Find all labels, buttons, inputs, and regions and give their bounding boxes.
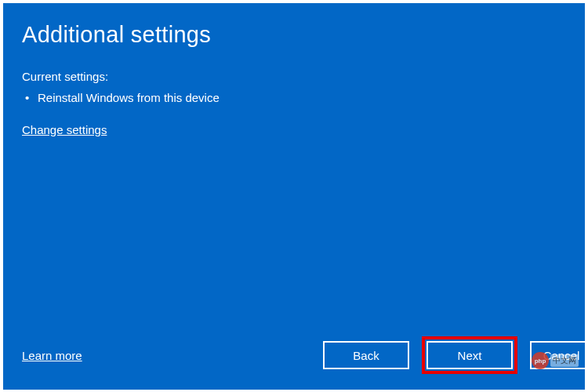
back-button[interactable]: Back (323, 341, 409, 369)
bottom-area: Learn more Back Next Cancel (22, 336, 585, 374)
list-item: Reinstall Windows from this device (22, 89, 563, 107)
page-title: Additional settings (22, 22, 563, 48)
settings-window: Additional settings Current settings: Re… (3, 3, 585, 390)
button-row: Back Next Cancel (323, 336, 585, 374)
change-settings-link[interactable]: Change settings (22, 123, 107, 136)
current-settings-label: Current settings: (22, 70, 563, 83)
current-settings-list: Reinstall Windows from this device (22, 89, 563, 107)
next-button-highlight: Next (422, 336, 517, 374)
learn-more-link[interactable]: Learn more (22, 349, 82, 362)
next-button[interactable]: Next (426, 341, 513, 369)
cancel-button[interactable]: Cancel (530, 341, 588, 369)
